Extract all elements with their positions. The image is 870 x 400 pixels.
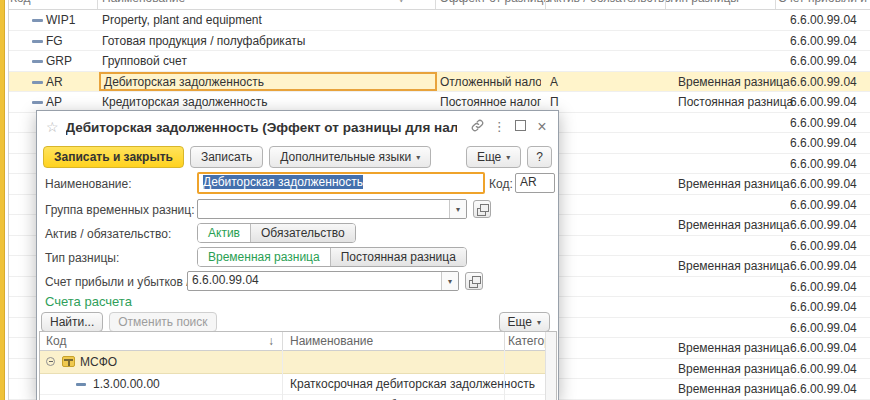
cell-name: Готовая продукция / полуфабрикаты xyxy=(102,34,432,48)
account-dash-icon xyxy=(32,81,43,84)
asset-liability-label: Актив / обязательство: xyxy=(45,227,171,241)
accounts-table-header[interactable]: Код ↓ Наименование Категори xyxy=(40,332,556,351)
link-icon[interactable] xyxy=(471,119,485,135)
header-separator xyxy=(504,332,505,350)
pl-account-input[interactable]: 6.6.00.99.04 ▾ xyxy=(187,271,459,291)
close-icon[interactable]: × xyxy=(535,120,549,134)
choose-icon xyxy=(472,276,481,284)
dropdown-arrow-icon[interactable]: ▾ xyxy=(449,200,466,218)
list-header-row[interactable]: Код Наименование ↓ Эффект от разницы Акт… xyxy=(9,0,870,10)
find-button[interactable]: Найти... xyxy=(41,312,103,332)
cell-account: 6.6.00.99.04 xyxy=(790,300,857,314)
header-separator xyxy=(435,0,436,10)
chevron-down-icon: ▾ xyxy=(416,153,420,162)
accounts-more-button[interactable]: Еще ▾ xyxy=(499,312,550,332)
toggle-option-permanent[interactable]: Постоянная разница xyxy=(330,248,466,266)
header-code[interactable]: Код xyxy=(46,334,66,348)
table-row[interactable]: FG Готовая продукция / полуфабрикаты 6.6… xyxy=(9,31,870,52)
header-code[interactable]: Код xyxy=(10,0,30,5)
toggle-option-temporary[interactable]: Временная разница xyxy=(198,248,330,266)
cell-diff-type: Временная разница xyxy=(678,341,790,355)
cell-account: 6.6.00.99.04 xyxy=(790,259,857,273)
cell-diff-type: Временная разница xyxy=(678,362,790,376)
account-dash-icon xyxy=(32,19,43,22)
header-diff-type[interactable]: Тип разницы xyxy=(668,0,739,5)
cell-account: 6.6.00.99.04 xyxy=(790,75,857,89)
group-name: МСФО xyxy=(80,355,117,369)
header-account[interactable]: Счет прибыли и xyxy=(778,0,867,5)
favorite-star-icon[interactable]: ☆ xyxy=(46,120,59,134)
more-button[interactable]: Еще ▾ xyxy=(466,146,521,168)
header-asset-liability[interactable]: Актив / обязательство xyxy=(548,0,671,5)
table-row[interactable]: GRP Групповой счет 6.6.00.99.04 xyxy=(9,51,870,72)
save-button[interactable]: Записать xyxy=(190,146,263,168)
form-row-temp-diff-group: Группа временных разниц: ▾ xyxy=(37,197,558,221)
cell-account: 6.6.00.99.04 xyxy=(790,34,857,48)
choose-button[interactable] xyxy=(465,272,483,290)
menu-dots-icon[interactable]: ⋮ xyxy=(492,120,506,134)
cell-name: Групповой счет xyxy=(102,54,432,68)
cell-account: 6.6.00.99.04 xyxy=(790,116,857,130)
cell-account: 6.6.00.99.04 xyxy=(790,218,857,232)
choose-button[interactable] xyxy=(473,200,491,218)
code-input[interactable]: AR xyxy=(515,173,555,193)
header-effect[interactable]: Эффект от разницы xyxy=(440,0,552,5)
code-label: Код: xyxy=(489,177,513,191)
asset-liability-toggle: Актив Обязательство xyxy=(197,223,356,243)
header-separator xyxy=(282,332,283,350)
cell-diff-type: Временная разница xyxy=(678,177,790,191)
diff-type-label: Тип разницы: xyxy=(45,251,119,265)
cancel-search-button[interactable]: Отменить поиск xyxy=(109,312,216,332)
cell-code: GRP xyxy=(46,54,72,68)
account-dash-icon xyxy=(32,60,43,63)
cell-account: 6.6.00.99.04 xyxy=(790,177,857,191)
cell-account: 6.6.00.99.04 xyxy=(790,239,857,253)
focused-cell[interactable]: Дебиторская задолженность xyxy=(99,72,437,92)
pl-account-value: 6.6.00.99.04 xyxy=(192,273,259,287)
cell-diff-type: Постоянная разница xyxy=(678,95,793,109)
cell-effect: Отложенный налоговый ... xyxy=(440,75,541,89)
form-row-pl-account: Счет прибыли и убытков / капитала: 6.6.0… xyxy=(37,269,558,293)
form-row-diff-type: Тип разницы: Временная разница Постоянна… xyxy=(37,245,558,269)
name-input[interactable]: Дебиторская задолженность xyxy=(197,172,485,194)
header-name[interactable]: Наименование xyxy=(290,334,373,348)
name-label: Наименование: xyxy=(45,177,132,191)
cell-account: 6.6.00.99.04 xyxy=(790,54,857,68)
dropdown-arrow-icon[interactable]: ▾ xyxy=(441,272,458,290)
dialog-toolbar: Записать и закрыть Записать Дополнительн… xyxy=(37,143,558,171)
sort-desc-icon: ↓ xyxy=(398,0,404,5)
additional-languages-button[interactable]: Дополнительные языки ▾ xyxy=(269,146,431,168)
cell-account: 6.6.00.99.04 xyxy=(790,136,857,150)
cell-account: 6.6.00.99.04 xyxy=(790,280,857,294)
header-name[interactable]: Наименование xyxy=(102,0,185,5)
accounts-folder-icon xyxy=(62,356,75,367)
expander-minus-icon[interactable] xyxy=(46,357,55,366)
toggle-option-asset[interactable]: Актив xyxy=(198,224,250,242)
table-scrollbar[interactable] xyxy=(545,332,556,400)
temp-diff-group-input[interactable]: ▾ xyxy=(197,199,467,219)
selected-text: Дебиторская задолженность xyxy=(203,175,363,189)
tree-group-row[interactable]: МСФО xyxy=(40,351,556,374)
header-separator xyxy=(97,0,98,10)
help-button[interactable]: ? xyxy=(527,146,552,168)
cell-account: 6.6.00.99.04 xyxy=(790,13,857,27)
cell-diff-type: Временная разница xyxy=(678,218,790,232)
cell-name: Краткосрочная дебиторская задолженность xyxy=(290,377,535,391)
sort-desc-icon: ↓ xyxy=(268,334,274,348)
left-accent-strip xyxy=(0,0,5,400)
maximize-icon[interactable] xyxy=(513,120,527,134)
column-separator xyxy=(282,350,283,400)
chevron-down-icon: ▾ xyxy=(537,318,541,327)
toggle-option-liability[interactable]: Обязательство xyxy=(250,224,355,242)
cell-code: WIP1 xyxy=(46,13,75,27)
account-dash-icon xyxy=(32,40,43,43)
account-dash-icon xyxy=(32,101,43,104)
save-and-close-button[interactable]: Записать и закрыть xyxy=(43,146,184,168)
table-row-selected[interactable]: AR Дебиторская задолженность Отложенный … xyxy=(9,72,870,93)
cell-name: Кредиторская задолженность xyxy=(102,95,432,109)
cell-code: AR xyxy=(46,75,63,89)
tree-item-row[interactable]: 1.3.00.00.00 Краткосрочная дебиторская з… xyxy=(40,374,556,395)
accounts-more-label: Еще xyxy=(508,315,532,329)
tree-item-row[interactable]: 1.3.01.00.00 Краткосрочная дебиторская з… xyxy=(40,395,556,400)
table-row[interactable]: WIP1 Property, plant and equipment 6.6.0… xyxy=(9,10,870,31)
